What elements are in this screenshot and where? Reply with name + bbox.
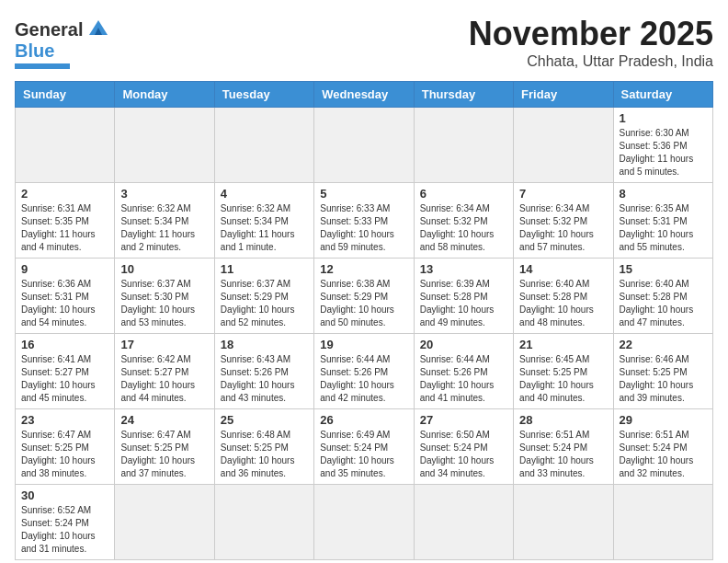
day-number: 28 [519,413,607,427]
day-number: 4 [221,187,308,201]
day-info: Sunrise: 6:52 AM Sunset: 5:24 PM Dayligh… [21,504,108,556]
calendar-row: 2Sunrise: 6:31 AM Sunset: 5:35 PM Daylig… [16,183,713,259]
day-info: Sunrise: 6:50 AM Sunset: 5:24 PM Dayligh… [420,429,507,480]
day-info: Sunrise: 6:32 AM Sunset: 5:34 PM Dayligh… [221,202,308,254]
day-number: 20 [420,338,507,351]
weekday-header-saturday: Saturday [613,82,712,108]
table-row: 29Sunrise: 6:51 AM Sunset: 5:24 PM Dayli… [613,409,712,485]
table-row: 16Sunrise: 6:41 AM Sunset: 5:27 PM Dayli… [16,334,115,409]
day-info: Sunrise: 6:51 AM Sunset: 5:24 PM Dayligh… [620,429,707,480]
calendar-row: 1Sunrise: 6:30 AM Sunset: 5:36 PM Daylig… [16,108,713,183]
calendar-row: 9Sunrise: 6:36 AM Sunset: 5:31 PM Daylig… [16,259,713,334]
table-row: 25Sunrise: 6:48 AM Sunset: 5:25 PM Dayli… [214,409,313,485]
table-row [514,108,613,183]
table-row: 4Sunrise: 6:32 AM Sunset: 5:34 PM Daylig… [214,183,313,259]
month-title: November 2025 [469,15,713,53]
day-number: 25 [221,413,308,427]
day-info: Sunrise: 6:32 AM Sunset: 5:34 PM Dayligh… [120,202,208,254]
weekday-header-sunday: Sunday [16,82,115,108]
logo-icon [85,15,111,40]
day-number: 18 [221,338,308,351]
table-row [115,108,214,183]
table-row [514,485,613,560]
day-number: 21 [519,338,607,351]
weekday-header-wednesday: Wednesday [314,82,414,108]
table-row [314,108,414,183]
logo-general: General [15,19,83,40]
day-info: Sunrise: 6:38 AM Sunset: 5:29 PM Dayligh… [320,278,407,329]
table-row: 23Sunrise: 6:47 AM Sunset: 5:25 PM Dayli… [16,409,115,485]
table-row: 10Sunrise: 6:37 AM Sunset: 5:30 PM Dayli… [115,259,214,334]
day-info: Sunrise: 6:34 AM Sunset: 5:32 PM Dayligh… [519,202,607,254]
table-row: 14Sunrise: 6:40 AM Sunset: 5:28 PM Dayli… [514,259,613,334]
day-info: Sunrise: 6:47 AM Sunset: 5:25 PM Dayligh… [21,429,108,480]
table-row [115,485,214,560]
weekday-header-thursday: Thursday [414,82,513,108]
table-row [214,108,313,183]
day-info: Sunrise: 6:46 AM Sunset: 5:25 PM Dayligh… [620,353,707,405]
table-row [414,108,513,183]
day-number: 17 [120,338,208,351]
day-number: 11 [221,262,308,276]
table-row: 8Sunrise: 6:35 AM Sunset: 5:31 PM Daylig… [613,183,712,259]
table-row: 6Sunrise: 6:34 AM Sunset: 5:32 PM Daylig… [414,183,513,259]
day-number: 22 [620,338,707,351]
table-row: 26Sunrise: 6:49 AM Sunset: 5:24 PM Dayli… [314,409,414,485]
day-number: 5 [320,187,407,201]
day-info: Sunrise: 6:30 AM Sunset: 5:36 PM Dayligh… [620,127,707,178]
calendar-row: 23Sunrise: 6:47 AM Sunset: 5:25 PM Dayli… [16,409,713,485]
day-info: Sunrise: 6:48 AM Sunset: 5:25 PM Dayligh… [221,429,308,480]
table-row: 15Sunrise: 6:40 AM Sunset: 5:28 PM Dayli… [613,259,712,334]
day-number: 16 [21,338,108,351]
day-number: 6 [420,187,507,201]
day-info: Sunrise: 6:36 AM Sunset: 5:31 PM Dayligh… [21,278,108,329]
day-info: Sunrise: 6:37 AM Sunset: 5:29 PM Dayligh… [221,278,308,329]
day-info: Sunrise: 6:39 AM Sunset: 5:28 PM Dayligh… [420,278,507,329]
day-number: 14 [519,262,607,276]
day-info: Sunrise: 6:37 AM Sunset: 5:30 PM Dayligh… [120,278,208,329]
table-row [16,108,115,183]
day-number: 12 [320,262,407,276]
day-number: 26 [320,413,407,427]
day-number: 9 [21,262,108,276]
day-number: 13 [420,262,507,276]
logo-blue: Blue [15,40,54,61]
day-number: 10 [120,262,208,276]
table-row: 27Sunrise: 6:50 AM Sunset: 5:24 PM Dayli… [414,409,513,485]
day-number: 7 [519,187,607,201]
day-info: Sunrise: 6:44 AM Sunset: 5:26 PM Dayligh… [320,353,407,405]
table-row: 9Sunrise: 6:36 AM Sunset: 5:31 PM Daylig… [16,259,115,334]
day-number: 3 [120,187,208,201]
table-row: 21Sunrise: 6:45 AM Sunset: 5:25 PM Dayli… [514,334,613,409]
day-info: Sunrise: 6:45 AM Sunset: 5:25 PM Dayligh… [519,353,607,405]
day-info: Sunrise: 6:44 AM Sunset: 5:26 PM Dayligh… [420,353,507,405]
table-row: 12Sunrise: 6:38 AM Sunset: 5:29 PM Dayli… [314,259,414,334]
table-row: 3Sunrise: 6:32 AM Sunset: 5:34 PM Daylig… [115,183,214,259]
day-info: Sunrise: 6:43 AM Sunset: 5:26 PM Dayligh… [221,353,308,405]
location: Chhata, Uttar Pradesh, India [469,53,713,70]
day-info: Sunrise: 6:41 AM Sunset: 5:27 PM Dayligh… [21,353,108,405]
calendar: SundayMondayTuesdayWednesdayThursdayFrid… [15,81,713,560]
table-row: 18Sunrise: 6:43 AM Sunset: 5:26 PM Dayli… [214,334,313,409]
calendar-row: 30Sunrise: 6:52 AM Sunset: 5:24 PM Dayli… [16,485,713,560]
day-number: 15 [620,262,707,276]
table-row: 2Sunrise: 6:31 AM Sunset: 5:35 PM Daylig… [16,183,115,259]
day-number: 30 [21,488,108,502]
table-row: 19Sunrise: 6:44 AM Sunset: 5:26 PM Dayli… [314,334,414,409]
table-row: 1Sunrise: 6:30 AM Sunset: 5:36 PM Daylig… [613,108,712,183]
table-row [414,485,513,560]
day-number: 8 [620,187,707,201]
day-info: Sunrise: 6:31 AM Sunset: 5:35 PM Dayligh… [21,202,108,254]
table-row: 17Sunrise: 6:42 AM Sunset: 5:27 PM Dayli… [115,334,214,409]
day-info: Sunrise: 6:51 AM Sunset: 5:24 PM Dayligh… [519,429,607,480]
table-row: 11Sunrise: 6:37 AM Sunset: 5:29 PM Dayli… [214,259,313,334]
page-header: General Blue November 2025 Chhata, Uttar… [15,15,713,70]
table-row: 5Sunrise: 6:33 AM Sunset: 5:33 PM Daylig… [314,183,414,259]
day-info: Sunrise: 6:49 AM Sunset: 5:24 PM Dayligh… [320,429,407,480]
day-info: Sunrise: 6:42 AM Sunset: 5:27 PM Dayligh… [120,353,208,405]
logo: General Blue [15,15,111,69]
weekday-header-monday: Monday [115,82,214,108]
weekday-header-tuesday: Tuesday [214,82,313,108]
day-number: 23 [21,413,108,427]
day-number: 29 [620,413,707,427]
